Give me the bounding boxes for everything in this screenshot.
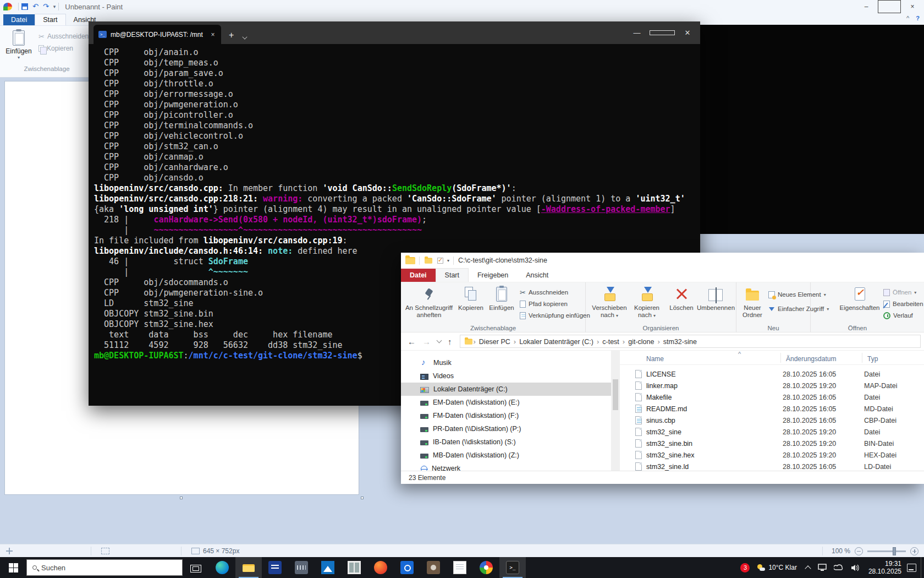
ribbon-collapse-icon[interactable]: ^ (906, 15, 909, 21)
delete-button[interactable]: Löschen (667, 285, 696, 312)
sidebar-item[interactable]: Netzwerk (401, 462, 611, 471)
paint-tab-home[interactable]: Start (35, 14, 65, 25)
zoom-slider[interactable] (867, 550, 906, 552)
sidebar-item[interactable]: MB-Daten (\\diskstation) (Z:) (401, 449, 611, 462)
windows-terminal-button[interactable]: >_ (499, 557, 526, 578)
notepad-app-button[interactable] (447, 557, 473, 578)
column-header-type[interactable]: Typ (867, 355, 878, 363)
help-icon[interactable]: ? (916, 15, 920, 21)
zoom-out-button[interactable] (855, 547, 863, 555)
onedrive-icon[interactable] (834, 564, 844, 571)
qat-dropdown-icon[interactable]: ▾ (447, 258, 449, 263)
tab-close-icon[interactable]: × (208, 31, 218, 39)
paint-tab-file[interactable]: Datei (3, 14, 35, 25)
copy-path-button[interactable]: Pfad kopieren (520, 298, 568, 309)
table-row[interactable]: Makefile28.10.2025 16:05Datei (620, 391, 924, 403)
move-to-button[interactable]: Verschieben nach ▾ (590, 285, 629, 319)
sidebar-item[interactable]: EM-Daten (\\diskstation) (E:) (401, 396, 611, 409)
volume-icon[interactable] (851, 564, 859, 571)
zoom-slider-thumb[interactable] (893, 547, 896, 555)
sidebar-item[interactable]: Videos (401, 369, 611, 383)
table-row[interactable]: stm32_sine.hex28.10.2025 19:20HEX-Datei (620, 449, 924, 461)
explorer-tab-home[interactable]: Start (436, 268, 469, 282)
keyboard-app-button[interactable] (288, 557, 315, 578)
copy-button[interactable]: Kopieren (38, 42, 89, 54)
table-row[interactable]: stm32_sine.ld28.10.2025 16:05LD-Datei (620, 461, 924, 471)
cut-button[interactable]: ✂ Ausschneiden (38, 30, 89, 42)
table-row[interactable]: linker.map28.10.2025 19:20MAP-Datei (620, 380, 924, 391)
recent-locations-icon[interactable] (437, 338, 442, 343)
column-header-date[interactable]: Änderungsdatum (786, 355, 836, 363)
edge-browser-button[interactable] (209, 557, 235, 578)
canvas-resize-handle-bottom[interactable] (180, 497, 183, 499)
weather-widget[interactable]: 10°C Klar (757, 564, 797, 571)
properties-button[interactable]: Eigenschaften (838, 285, 881, 312)
sidebar-item[interactable]: Musik (401, 356, 611, 369)
sidebar-scrollbar[interactable] (611, 351, 620, 471)
forward-button[interactable]: → (422, 337, 431, 346)
paint-maximize-button[interactable] (878, 0, 901, 13)
save-icon[interactable] (21, 3, 28, 10)
rename-button[interactable]: Umbenennen (697, 285, 734, 312)
blue-app-button[interactable] (262, 557, 288, 578)
explorer-tab-file[interactable]: Datei (401, 269, 436, 282)
breadcrumb-item[interactable]: git-clone (625, 338, 657, 346)
sidebar-item[interactable]: Lokaler Datenträger (C:) (401, 383, 611, 396)
paint-app-button[interactable] (473, 557, 499, 578)
table-row[interactable]: stm32_sine.bin28.10.2025 19:20BIN-Datei (620, 438, 924, 449)
red-app-button[interactable] (367, 557, 394, 578)
network-icon[interactable] (818, 564, 827, 571)
table-row[interactable]: stm32_sine28.10.2025 19:20Datei (620, 426, 924, 438)
history-button[interactable]: Verlauf (883, 310, 913, 321)
scrollbar-thumb[interactable] (613, 379, 618, 410)
address-bar[interactable]: ›Dieser PC›Lokaler Datenträger (C:)›c-te… (460, 335, 921, 348)
table-row[interactable]: sinus.cbp28.10.2025 16:05CBP-Datei (620, 415, 924, 426)
explorer-tab-view[interactable]: Ansicht (517, 269, 557, 282)
task-view-button[interactable] (183, 557, 209, 578)
breadcrumb-item[interactable]: stm32-sine (660, 338, 700, 346)
properties-checkbox-icon[interactable] (437, 258, 443, 264)
folder-icon[interactable] (425, 258, 432, 263)
copy-button[interactable]: Kopieren (456, 285, 486, 312)
undo-icon[interactable]: ↶ (32, 3, 38, 10)
pin-to-quick-access-button[interactable]: An Schnellzugriff anheften (403, 285, 455, 319)
clock[interactable]: 19:31 28.10.2025 (868, 560, 901, 575)
paste-shortcut-button[interactable]: Verknüpfung einfügen (520, 310, 590, 321)
camera-app-button[interactable] (420, 557, 447, 578)
back-button[interactable]: ← (408, 337, 416, 346)
sidebar-item[interactable]: PR-Daten (\\DiskStation) (P:) (401, 422, 611, 435)
breadcrumb-item[interactable]: Dieser PC (476, 338, 514, 346)
terminal-close-button[interactable]: ✕ (675, 21, 700, 44)
hidden-icons-chevron[interactable] (805, 565, 811, 571)
copy-to-button[interactable]: Kopieren nach ▾ (630, 285, 664, 319)
action-center-icon[interactable] (907, 564, 916, 572)
up-button[interactable]: ↑ (448, 337, 452, 346)
zoom-in-button[interactable] (910, 547, 919, 555)
new-tab-button[interactable]: + (229, 30, 234, 40)
paint-minimize-button[interactable]: – (855, 0, 878, 13)
paint-close-button[interactable]: × (901, 0, 924, 13)
search-input[interactable]: Suchen (26, 559, 183, 576)
open-button[interactable]: Öffnen ▾ (883, 287, 916, 298)
notification-badge[interactable]: 3 (740, 563, 750, 572)
show-desktop-button[interactable] (921, 557, 924, 578)
blue-dot-app-button[interactable] (394, 557, 420, 578)
terminal-tab[interactable]: >_ mb@DESKTOP-IUPA6ST: /mnt × (94, 25, 221, 44)
column-header-name[interactable]: Name (646, 355, 664, 363)
terminal-minimize-button[interactable]: — (624, 21, 650, 44)
new-folder-button[interactable]: Neuer Ordner (739, 285, 766, 319)
breadcrumb-item[interactable]: c-test (599, 338, 623, 346)
breadcrumb-item[interactable]: Lokaler Datenträger (C:) (516, 338, 597, 346)
cut-button[interactable]: ✂ Ausschneiden (520, 287, 568, 298)
sidebar-item[interactable]: FM-Daten (\\diskstation) (F:) (401, 409, 611, 422)
edit-button[interactable]: Bearbeiten (883, 298, 923, 309)
start-button[interactable] (0, 557, 26, 578)
table-row[interactable]: LICENSE28.10.2025 16:05Datei (620, 368, 924, 380)
tab-dropdown-icon[interactable] (243, 34, 248, 39)
redo-icon[interactable]: ↷ (43, 3, 49, 10)
explorer-tab-share[interactable]: Freigeben (469, 269, 517, 282)
grid-app-button[interactable] (341, 557, 367, 578)
canvas-resize-handle-corner[interactable] (361, 497, 364, 499)
qat-dropdown-icon[interactable]: ▾ (53, 4, 56, 9)
paste-button[interactable]: Einfügen (487, 285, 516, 312)
